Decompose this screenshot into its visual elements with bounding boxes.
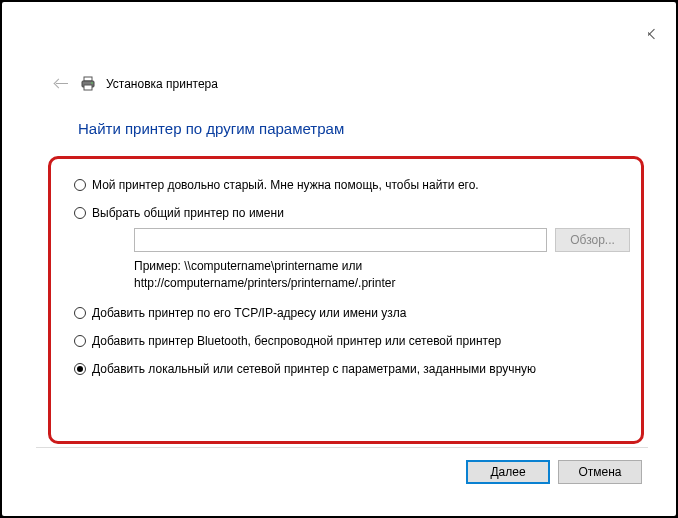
next-button[interactable]: Далее xyxy=(466,460,550,484)
option-shared-by-name[interactable]: Выбрать общий принтер по имени xyxy=(74,206,630,220)
radio-icon[interactable] xyxy=(74,207,86,219)
page-title: Установка принтера xyxy=(106,77,218,91)
footer: Далее Отмена xyxy=(466,460,642,484)
option-old-printer[interactable]: Мой принтер довольно старый. Мне нужна п… xyxy=(74,178,630,192)
printer-name-input[interactable] xyxy=(134,228,547,252)
example-line-2: http://computername/printers/printername… xyxy=(134,275,630,292)
dialog: Установка принтера Найти принтер по друг… xyxy=(36,24,648,494)
back-arrow-icon[interactable] xyxy=(54,78,70,90)
browse-button: Обзор... xyxy=(555,228,630,252)
radio-icon[interactable] xyxy=(74,307,86,319)
example-text: Пример: \\computername\printername или h… xyxy=(134,258,630,292)
radio-icon[interactable] xyxy=(74,363,86,375)
heading: Найти принтер по другим параметрам xyxy=(78,120,344,137)
option-label: Добавить принтер Bluetooth, беспроводной… xyxy=(92,334,501,348)
svg-rect-2 xyxy=(84,85,92,90)
separator xyxy=(36,447,648,448)
shared-name-row: Обзор... xyxy=(134,228,630,252)
radio-icon[interactable] xyxy=(74,179,86,191)
options-group: Мой принтер довольно старый. Мне нужна п… xyxy=(74,178,630,390)
option-local-manual[interactable]: Добавить локальный или сетевой принтер с… xyxy=(74,362,630,376)
option-label: Выбрать общий принтер по имени xyxy=(92,206,284,220)
option-label: Добавить принтер по его TCP/IP-адресу ил… xyxy=(92,306,406,320)
printer-icon xyxy=(80,76,96,92)
option-bluetooth[interactable]: Добавить принтер Bluetooth, беспроводной… xyxy=(74,334,630,348)
window-frame: Установка принтера Найти принтер по друг… xyxy=(2,2,676,516)
cancel-button[interactable]: Отмена xyxy=(558,460,642,484)
radio-icon[interactable] xyxy=(74,335,86,347)
option-label: Добавить локальный или сетевой принтер с… xyxy=(92,362,536,376)
example-line-1: Пример: \\computername\printername или xyxy=(134,258,630,275)
option-label: Мой принтер довольно старый. Мне нужна п… xyxy=(92,178,479,192)
option-tcpip[interactable]: Добавить принтер по его TCP/IP-адресу ил… xyxy=(74,306,630,320)
svg-rect-0 xyxy=(84,77,92,81)
svg-point-3 xyxy=(91,82,93,84)
header: Установка принтера xyxy=(54,76,218,92)
